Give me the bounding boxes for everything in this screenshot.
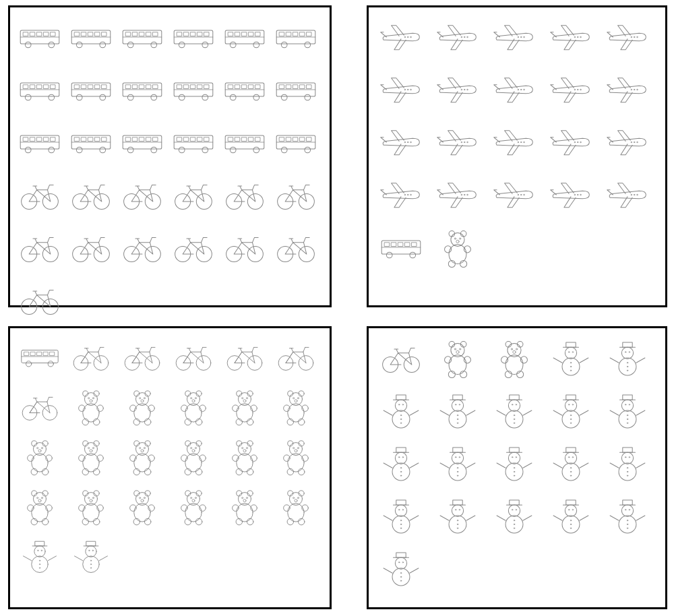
sketch-bus <box>67 13 115 61</box>
sketch-teddy_bear <box>118 483 166 529</box>
svg-rect-24 <box>153 32 158 36</box>
svg-point-339 <box>288 404 304 422</box>
svg-rect-147 <box>235 137 240 142</box>
svg-line-617 <box>466 463 475 468</box>
svg-line-661 <box>410 516 419 520</box>
svg-point-227 <box>580 142 581 142</box>
svg-line-638 <box>553 463 562 468</box>
svg-point-240 <box>520 194 521 195</box>
sketch-airplane <box>487 13 541 61</box>
svg-point-202 <box>631 36 632 37</box>
svg-line-616 <box>440 463 449 468</box>
svg-point-360 <box>90 450 92 452</box>
svg-point-134 <box>151 147 157 153</box>
svg-point-673 <box>457 520 458 520</box>
svg-point-44 <box>253 42 259 48</box>
svg-rect-645 <box>623 448 632 452</box>
svg-line-704 <box>610 516 619 520</box>
svg-point-193 <box>461 36 462 37</box>
sketch-airplane <box>601 118 654 166</box>
svg-line-628 <box>523 463 532 468</box>
sketch-bus <box>118 13 166 61</box>
svg-point-416 <box>32 503 48 522</box>
svg-point-618 <box>457 467 458 468</box>
svg-line-693 <box>553 516 562 520</box>
svg-line-551 <box>410 410 419 415</box>
svg-point-53 <box>305 42 311 48</box>
svg-line-528 <box>553 358 562 363</box>
svg-point-195 <box>520 36 521 37</box>
svg-point-207 <box>464 89 464 90</box>
svg-point-263 <box>449 245 466 264</box>
sketch-bus <box>118 118 166 166</box>
svg-point-190 <box>404 36 405 37</box>
svg-rect-69 <box>102 85 106 89</box>
svg-rect-59 <box>44 85 49 89</box>
sketch-teddy_bear <box>169 383 218 429</box>
svg-point-369 <box>140 448 141 449</box>
svg-point-204 <box>407 89 408 90</box>
svg-point-659 <box>402 510 403 510</box>
svg-point-598 <box>627 423 627 423</box>
svg-point-503 <box>454 348 456 350</box>
svg-rect-58 <box>37 85 42 89</box>
svg-point-88 <box>179 94 185 100</box>
svg-point-564 <box>457 419 458 419</box>
svg-point-338 <box>295 400 297 402</box>
sketch-airplane <box>374 65 428 114</box>
svg-point-216 <box>634 89 634 90</box>
svg-rect-112 <box>37 137 42 142</box>
svg-rect-590 <box>623 395 632 400</box>
sketch-snowman <box>374 439 428 487</box>
svg-point-327 <box>243 400 246 402</box>
svg-point-404 <box>295 450 297 452</box>
svg-rect-38 <box>228 32 233 36</box>
svg-point-262 <box>456 240 459 243</box>
svg-point-206 <box>467 89 468 90</box>
svg-rect-13 <box>88 32 93 36</box>
svg-point-582 <box>572 404 573 405</box>
svg-point-588 <box>619 410 636 428</box>
svg-rect-96 <box>255 85 260 89</box>
svg-point-107 <box>305 94 311 100</box>
svg-point-191 <box>467 36 468 37</box>
svg-point-232 <box>631 142 632 142</box>
svg-rect-5 <box>44 32 49 36</box>
svg-point-477 <box>34 546 45 557</box>
svg-rect-148 <box>242 137 247 142</box>
svg-point-219 <box>407 142 408 142</box>
svg-point-221 <box>467 142 468 142</box>
svg-rect-270 <box>24 352 29 355</box>
svg-rect-22 <box>140 32 144 36</box>
svg-point-220 <box>404 142 405 142</box>
svg-point-563 <box>457 414 458 415</box>
sketch-bicycle <box>272 223 320 272</box>
svg-point-125 <box>100 147 106 153</box>
svg-point-676 <box>506 516 523 533</box>
svg-point-199 <box>574 36 575 37</box>
svg-point-405 <box>288 454 304 472</box>
svg-point-97 <box>230 94 236 100</box>
svg-point-714 <box>402 562 403 563</box>
svg-point-196 <box>518 36 518 37</box>
svg-point-615 <box>459 457 460 458</box>
svg-point-235 <box>404 194 405 195</box>
svg-point-337 <box>297 398 299 399</box>
svg-point-231 <box>634 142 634 142</box>
svg-rect-119 <box>75 137 80 142</box>
svg-rect-157 <box>293 137 298 142</box>
svg-rect-48 <box>286 32 291 36</box>
sketch-bicycle <box>220 171 269 219</box>
svg-rect-42 <box>255 32 260 36</box>
svg-rect-23 <box>146 32 151 36</box>
svg-rect-95 <box>249 85 253 89</box>
svg-point-427 <box>83 503 99 522</box>
sketch-snowman <box>374 544 428 592</box>
svg-point-468 <box>293 497 295 499</box>
svg-point-347 <box>37 448 38 449</box>
svg-rect-128 <box>126 137 131 142</box>
svg-point-35 <box>202 42 208 48</box>
svg-point-652 <box>627 471 627 472</box>
svg-rect-137 <box>177 137 182 142</box>
svg-point-98 <box>253 94 259 100</box>
